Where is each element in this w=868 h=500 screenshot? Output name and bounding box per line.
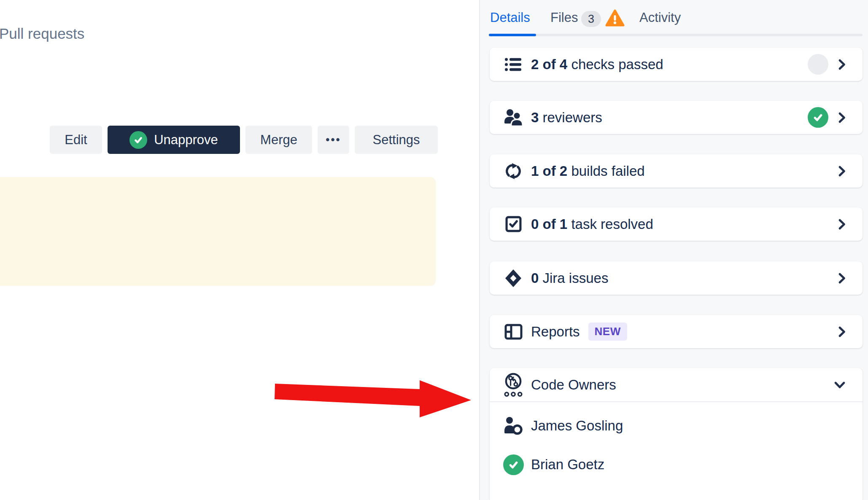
reports-label: Reports (531, 324, 580, 339)
settings-button-label: Settings (372, 132, 420, 148)
tab-underline-track (489, 34, 863, 36)
reports-icon (503, 324, 523, 340)
breadcrumb-pull-requests: Pull requests (0, 25, 84, 42)
tasks-label: task resolved (571, 216, 653, 232)
checks-card: 2 of 4 checks passed (490, 48, 863, 81)
files-count-badge: 3 (581, 11, 601, 27)
jira-row[interactable]: 0 Jira issues (490, 261, 863, 295)
person-ring-icon (503, 417, 523, 435)
chevron-right-icon[interactable] (838, 272, 846, 284)
reports-row[interactable]: Reports NEW (490, 315, 863, 348)
tab-files[interactable]: Files (550, 10, 578, 25)
pr-sidebar-panel: Details Files 3 Activity (479, 0, 868, 500)
checklist-icon (503, 57, 523, 72)
new-badge: NEW (588, 323, 627, 341)
reviewers-row[interactable]: 3 reviewers (490, 101, 863, 134)
tab-details[interactable]: Details (490, 10, 530, 25)
merge-button[interactable]: Merge (245, 126, 312, 154)
checks-count: 2 of 4 (531, 56, 567, 72)
jira-row-text: 0 Jira issues (531, 270, 608, 286)
builds-card: 1 of 2 builds failed (490, 154, 863, 188)
approved-status-icon (808, 107, 828, 128)
code-owners-card: Code Owners James Gosling (490, 368, 863, 500)
ellipsis-icon: ••• (326, 133, 341, 146)
code-owners-label: Code Owners (531, 377, 616, 393)
highlighted-description-area (0, 177, 436, 286)
tasks-row-text: 0 of 1 task resolved (531, 216, 653, 232)
jira-count: 0 (531, 270, 539, 286)
pull-request-page: Pull requests Edit Unapprove Merge ••• S… (0, 0, 868, 500)
pr-action-toolbar: Edit Unapprove Merge ••• Settings (50, 126, 438, 154)
checks-row-text: 2 of 4 checks passed (531, 56, 663, 73)
code-owners-icon (503, 373, 523, 397)
chevron-right-icon[interactable] (838, 218, 846, 230)
builds-row[interactable]: 1 of 2 builds failed (490, 154, 863, 188)
task-checkbox-icon (503, 216, 523, 232)
tasks-card: 0 of 1 task resolved (490, 207, 863, 241)
code-owner-row: Brian Goetz (490, 451, 863, 478)
tab-activity[interactable]: Activity (639, 10, 681, 25)
code-owner-name: James Gosling (531, 418, 623, 434)
chevron-down-icon[interactable] (834, 381, 846, 389)
pending-status-icon (808, 54, 828, 75)
reviewers-row-text: 3 reviewers (531, 110, 602, 126)
checks-row[interactable]: 2 of 4 checks passed (490, 48, 863, 81)
edit-button-label: Edit (65, 132, 87, 148)
checks-label: checks passed (571, 56, 663, 72)
reports-row-text: Reports (531, 324, 580, 340)
merge-button-label: Merge (260, 132, 297, 148)
red-annotation-arrow (270, 376, 481, 423)
reports-card: Reports NEW (490, 315, 863, 348)
approved-check-icon (129, 131, 147, 149)
jira-card: 0 Jira issues (490, 261, 863, 295)
builds-count: 1 of 2 (531, 163, 567, 179)
chevron-right-icon[interactable] (838, 59, 846, 70)
reviewers-label: reviewers (543, 110, 602, 125)
settings-button[interactable]: Settings (355, 126, 438, 154)
tasks-row[interactable]: 0 of 1 task resolved (490, 207, 863, 241)
builds-row-text: 1 of 2 builds failed (531, 163, 645, 179)
unapprove-button-label: Unapprove (154, 132, 218, 148)
jira-label: Jira issues (543, 270, 609, 286)
code-owners-header-row[interactable]: Code Owners (490, 368, 863, 401)
chevron-right-icon[interactable] (838, 326, 846, 338)
approved-check-icon (503, 454, 523, 475)
tab-active-indicator (489, 34, 536, 36)
jira-icon (503, 269, 523, 288)
chevron-right-icon[interactable] (838, 112, 846, 124)
chevron-right-icon[interactable] (838, 165, 846, 177)
reviewers-count: 3 (531, 110, 539, 125)
tasks-count: 0 of 1 (531, 216, 567, 232)
edit-button[interactable]: Edit (50, 126, 102, 154)
builds-label: builds failed (571, 163, 644, 179)
code-owner-name: Brian Goetz (531, 457, 604, 473)
unapprove-button[interactable]: Unapprove (108, 126, 240, 154)
reviewers-card: 3 reviewers (490, 101, 863, 134)
code-owners-divider (490, 401, 863, 402)
code-owner-row: James Gosling (490, 412, 863, 439)
sync-icon (503, 163, 523, 180)
more-options-button[interactable]: ••• (318, 126, 349, 154)
people-icon (503, 109, 523, 126)
files-warning-icon (605, 9, 625, 27)
